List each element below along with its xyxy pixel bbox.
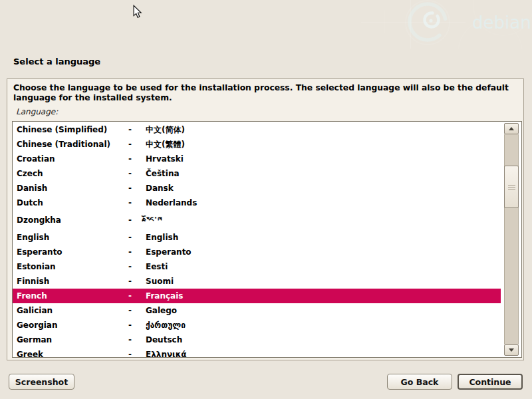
language-row[interactable]: French - Français xyxy=(13,289,501,303)
language-native: Eesti xyxy=(146,262,168,271)
language-row[interactable]: Finnish - Suomi xyxy=(13,274,501,289)
language-separator: - xyxy=(128,247,146,257)
chevron-up-icon xyxy=(509,127,514,130)
language-native: Deutsch xyxy=(146,335,182,344)
instruction-text: Choose the language to be used for the i… xyxy=(13,83,509,102)
language-name: Galician xyxy=(13,306,128,315)
screenshot-button[interactable]: Screenshot xyxy=(9,374,74,390)
language-native: Dansk xyxy=(146,184,174,193)
banner: debian8 xyxy=(0,0,532,49)
language-native: English xyxy=(146,233,178,242)
language-name: Greek xyxy=(13,350,128,358)
language-name: German xyxy=(13,335,128,344)
language-separator: - xyxy=(128,291,146,301)
language-name: Dutch xyxy=(13,198,128,207)
language-name: French xyxy=(13,291,128,301)
language-name: Estonian xyxy=(13,262,128,271)
language-separator: - xyxy=(128,233,146,242)
language-row[interactable]: Greek - Ελληνικά xyxy=(13,347,501,358)
language-row[interactable]: Dutch - Nederlands xyxy=(13,196,501,210)
language-native: Nederlands xyxy=(146,198,197,207)
language-native: ქართული xyxy=(146,321,186,330)
language-name: Chinese (Simplified) xyxy=(13,125,128,134)
language-row[interactable]: Galician - Galego xyxy=(13,303,501,318)
language-native: Hrvatski xyxy=(146,154,184,164)
language-native: Esperanto xyxy=(146,247,192,257)
language-separator: - xyxy=(128,198,146,207)
language-row[interactable]: Chinese (Traditional) - 中文(繁體) xyxy=(13,137,501,152)
thumb-grip-icon xyxy=(508,187,515,188)
language-row[interactable]: Georgian - ქართული xyxy=(13,318,501,332)
go-back-button[interactable]: Go Back xyxy=(387,374,452,390)
language-row[interactable]: English - English xyxy=(13,230,501,245)
language-separator: - xyxy=(128,184,146,193)
chevron-down-icon xyxy=(509,348,514,352)
language-separator: - xyxy=(128,321,146,330)
debian-wordmark: debian8 xyxy=(472,13,532,33)
language-row[interactable]: Chinese (Simplified) - 中文(简体) xyxy=(13,122,501,137)
scrollbar-trough[interactable] xyxy=(504,134,519,344)
debian-brand-text: debian xyxy=(472,13,531,33)
language-native: Čeština xyxy=(146,169,180,178)
language-list-rows: Chinese (Simplified) - 中文(简体) Chinese (T… xyxy=(13,122,501,358)
language-row[interactable]: Esperanto - Esperanto xyxy=(13,245,501,259)
language-native: 中文(繁體) xyxy=(146,139,185,150)
language-separator: - xyxy=(128,306,146,315)
language-row[interactable]: Czech - Čeština xyxy=(13,166,501,181)
language-separator: - xyxy=(128,350,146,358)
language-name: English xyxy=(13,233,128,242)
language-row[interactable]: Estonian - Eesti xyxy=(13,259,501,274)
language-name: Esperanto xyxy=(13,247,128,257)
language-separator: - xyxy=(128,140,146,149)
language-separator: - xyxy=(128,125,146,134)
language-name: Czech xyxy=(13,169,128,178)
banner-decorations xyxy=(0,0,532,49)
language-label: Language: xyxy=(16,107,523,116)
language-row[interactable]: Danish - Dansk xyxy=(13,181,501,196)
language-separator: - xyxy=(128,169,146,178)
language-name: Danish xyxy=(13,184,128,193)
language-name: Georgian xyxy=(13,321,128,330)
debian-swirl-icon xyxy=(402,0,453,47)
mouse-cursor-icon xyxy=(133,5,142,19)
language-separator: - xyxy=(128,154,146,164)
language-native: Suomi xyxy=(146,277,174,286)
language-separator: - xyxy=(128,335,146,344)
language-separator: - xyxy=(128,262,146,271)
page-title: Select a language xyxy=(13,57,100,66)
language-native: Galego xyxy=(146,306,177,315)
scrollbar-thumb[interactable] xyxy=(504,166,519,208)
language-native: Français xyxy=(146,291,183,301)
scroll-up-button[interactable] xyxy=(504,123,519,134)
language-name: Dzongkha xyxy=(13,215,128,225)
language-separator: - xyxy=(128,277,146,286)
language-separator: - xyxy=(128,215,146,225)
language-row[interactable]: German - Deutsch xyxy=(13,332,501,347)
language-name: Chinese (Traditional) xyxy=(13,140,128,149)
language-row[interactable]: Dzongkha - རྫོང་ཁ xyxy=(13,210,501,230)
language-name: Finnish xyxy=(13,277,128,286)
language-native: Ελληνικά xyxy=(146,350,187,358)
language-native: 中文(简体) xyxy=(146,124,185,136)
scrollbar[interactable] xyxy=(504,123,519,356)
continue-button[interactable]: Continue xyxy=(458,374,523,390)
language-native: རྫོང་ཁ xyxy=(146,215,162,225)
main-panel: Choose the language to be used for the i… xyxy=(7,78,524,360)
language-list: Chinese (Simplified) - 中文(简体) Chinese (T… xyxy=(12,121,522,358)
language-row[interactable]: Croatian - Hrvatski xyxy=(13,152,501,166)
scroll-down-button[interactable] xyxy=(504,344,519,356)
language-name: Croatian xyxy=(13,154,128,164)
